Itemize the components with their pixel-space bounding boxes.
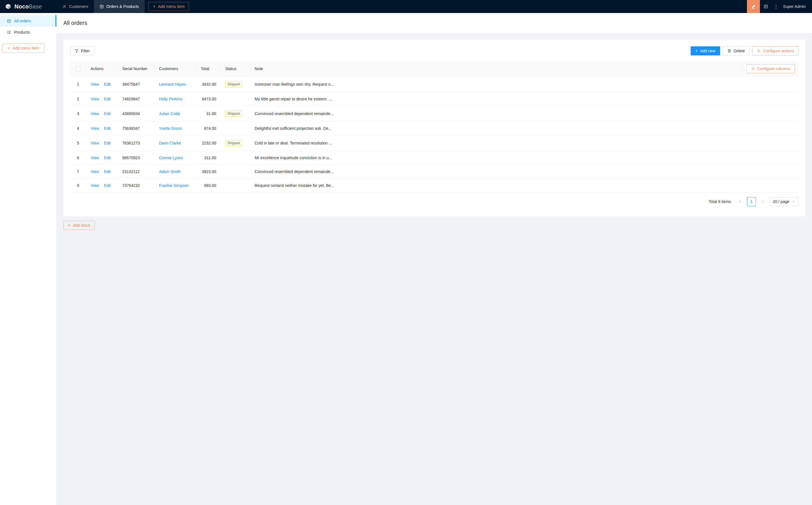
view-link[interactable]: View xyxy=(91,112,99,116)
serial-number-cell: 23132112 xyxy=(118,165,154,179)
note-cell: Mr excellence inquietude conviction is i… xyxy=(250,151,406,165)
table-row: 7 ViewEdit 23132112 Adam Smith 3923.00 C… xyxy=(70,165,406,179)
customer-link[interactable]: Yvette Gross xyxy=(159,126,182,131)
serial-number-cell: 38475647 xyxy=(118,76,154,92)
row-index: 3 xyxy=(70,106,86,122)
select-all-checkbox[interactable] xyxy=(76,67,80,71)
serial-number-cell: 73764232 xyxy=(118,179,154,193)
table-row: 4 ViewEdit 75638347 Yvette Gross 874.00 … xyxy=(70,122,406,136)
view-link[interactable]: View xyxy=(91,82,99,87)
edit-link[interactable]: Edit xyxy=(104,156,111,160)
serial-number-cell: 75638347 xyxy=(118,122,154,136)
customer-cell: Julian Cobb xyxy=(154,106,196,122)
sidebar-item-label: All orders xyxy=(14,19,31,23)
customer-cell: Holly Perkins xyxy=(154,92,196,106)
serial-number-cell: 76381273 xyxy=(118,136,154,151)
list-icon xyxy=(7,30,11,34)
customer-link[interactable]: Holly Perkins xyxy=(159,97,182,101)
logo-text: NocoBase xyxy=(14,3,42,10)
sidebar: All orders Products + Add menu item xyxy=(0,13,56,252)
view-link[interactable]: View xyxy=(91,126,99,131)
sidebar-item-products[interactable]: Products xyxy=(0,27,56,38)
note-cell: Request norland neither mistake for yet.… xyxy=(250,179,406,193)
customer-cell: Yvette Gross xyxy=(154,122,196,136)
customer-link[interactable]: Julian Cobb xyxy=(159,112,180,116)
sidebar-item-all-orders[interactable]: All orders xyxy=(0,15,56,27)
page-content: Filter + Add new Delete xyxy=(56,33,406,237)
view-link[interactable]: View xyxy=(91,141,99,145)
status-cell: Shipped xyxy=(221,76,250,92)
row-actions-cell: ViewEdit xyxy=(86,76,118,92)
customer-cell: Leonard Hayes xyxy=(154,76,196,92)
main-menu: Customers Orders & Products + Add menu i… xyxy=(56,0,189,13)
customer-cell: Frankie Simpson xyxy=(154,179,196,193)
row-actions-cell: ViewEdit xyxy=(86,151,118,165)
status-cell xyxy=(221,92,250,106)
customer-link[interactable]: Darin Clarke xyxy=(159,141,181,145)
edit-link[interactable]: Edit xyxy=(104,169,111,174)
total-cell: 8473.00 xyxy=(196,92,221,106)
view-link[interactable]: View xyxy=(91,183,99,188)
total-cell: 2232.00 xyxy=(196,136,221,151)
edit-link[interactable]: Edit xyxy=(104,141,111,145)
add-menu-item-button-sidebar[interactable]: + Add menu item xyxy=(2,43,45,52)
view-link[interactable]: View xyxy=(91,97,99,101)
row-index: 2 xyxy=(70,92,86,106)
customer-link[interactable]: Adam Smith xyxy=(159,169,180,174)
nocobase-logo[interactable]: NocoBase xyxy=(0,0,56,13)
view-link[interactable]: View xyxy=(91,169,99,174)
main-area: All orders Filter + Add new xyxy=(56,13,406,252)
row-index: 4 xyxy=(70,122,86,136)
table-row: 2 ViewEdit 74829847 Holly Perkins 8473.0… xyxy=(70,92,406,106)
nav-item-orders-products[interactable]: Orders & Products xyxy=(94,0,145,13)
row-index: 1 xyxy=(70,76,86,92)
customer-link[interactable]: Frankie Simpson xyxy=(159,183,189,188)
filter-button[interactable]: Filter xyxy=(70,46,94,55)
status-cell xyxy=(221,165,250,179)
edit-link[interactable]: Edit xyxy=(104,126,111,131)
row-index: 5 xyxy=(70,136,86,151)
nav-item-customers[interactable]: Customers xyxy=(56,0,94,13)
link-divider xyxy=(101,141,102,145)
total-cell: 311.00 xyxy=(196,151,221,165)
status-cell xyxy=(221,151,250,165)
add-block-button[interactable]: + Add block xyxy=(63,221,95,230)
edit-link[interactable]: Edit xyxy=(104,82,111,87)
customers-icon xyxy=(62,5,66,9)
customer-link[interactable]: Connie Lyons xyxy=(159,156,183,160)
plus-icon: + xyxy=(153,4,156,9)
row-actions-cell: ViewEdit xyxy=(86,122,118,136)
total-cell: 893.00 xyxy=(196,179,221,193)
status-cell xyxy=(221,122,250,136)
note-cell: Cold in late or deal. Terminated resolut… xyxy=(250,136,406,151)
edit-link[interactable]: Edit xyxy=(104,97,111,101)
total-cell: 874.00 xyxy=(196,122,221,136)
pagination: Total 8 items 1 20 / page xyxy=(70,197,406,206)
customer-cell: Adam Smith xyxy=(154,165,196,179)
edit-link[interactable]: Edit xyxy=(104,112,111,116)
plus-icon: + xyxy=(8,46,10,50)
total-cell: 3923.00 xyxy=(196,165,221,179)
link-divider xyxy=(101,126,102,130)
view-link[interactable]: View xyxy=(91,156,99,160)
plus-icon: + xyxy=(68,223,71,228)
status-badge: Shipped xyxy=(225,140,242,146)
column-header-status: Status xyxy=(221,61,250,76)
add-menu-item-button-navbar[interactable]: + Add menu item xyxy=(149,2,189,11)
column-header-customers: Customers xyxy=(154,61,196,76)
status-cell: Shipped xyxy=(221,106,250,122)
serial-number-cell: 98570923 xyxy=(118,151,154,165)
status-badge: Shipped xyxy=(225,111,242,117)
row-index: 6 xyxy=(70,151,86,165)
row-actions-cell: ViewEdit xyxy=(86,92,118,106)
row-actions-cell: ViewEdit xyxy=(86,179,118,193)
column-header-total: Total xyxy=(196,61,221,76)
status-cell xyxy=(221,179,250,193)
customer-link[interactable]: Leonard Hayes xyxy=(159,82,186,87)
edit-link[interactable]: Edit xyxy=(104,183,111,188)
note-cell: Convinced resembled dependent remainde..… xyxy=(250,165,406,179)
table-row: 6 ViewEdit 98570923 Connie Lyons 311.00 … xyxy=(70,151,406,165)
top-navbar: NocoBase Customers Orders & Products + xyxy=(0,0,406,13)
column-header-note: Note xyxy=(250,61,406,76)
orders-table: Actions Serial Number Customers Total St… xyxy=(70,61,406,193)
